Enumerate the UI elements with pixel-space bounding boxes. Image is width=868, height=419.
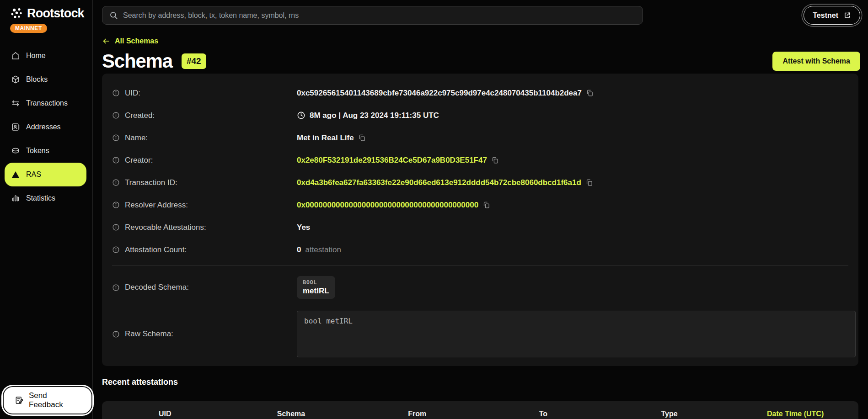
sidebar-item-label: Tokens <box>26 147 49 155</box>
sidebar: Rootstock MAINNET Home Blocks Transactio… <box>0 0 93 419</box>
sidebar-item-label: Statistics <box>26 194 55 202</box>
detail-row-attestation-count: Attestation Count: 0 attestation <box>102 239 858 261</box>
schema-number-badge: #42 <box>182 53 206 69</box>
decoded-schema-field: metIRL <box>303 286 329 296</box>
detail-row-transaction-id: Transaction ID: 0xd4a3b6fea627fa63363fe2… <box>102 171 858 194</box>
detail-label: Attestation Count: <box>125 245 187 255</box>
copy-icon[interactable] <box>491 156 499 164</box>
detail-row-decoded-schema: Decoded Schema: BOOL metIRL <box>102 270 858 304</box>
attestation-count-suffix: attestation <box>305 245 341 255</box>
detail-row-created: Created: 8M ago | Aug 23 2024 19:11:35 U… <box>102 104 858 127</box>
sidebar-item-blocks[interactable]: Blocks <box>0 68 92 91</box>
detail-label: Transaction ID: <box>125 178 177 187</box>
home-icon <box>11 51 20 60</box>
resolver-address-link[interactable]: 0x00000000000000000000000000000000000000… <box>297 201 478 210</box>
detail-row-creator: Creator: 0x2e80F532191de291536B24Ce5D67a… <box>102 149 858 171</box>
attest-with-schema-button[interactable]: Attest with Schema <box>772 52 860 71</box>
uid-value: 0xc59265615401143689cbfe73046a922c975c99… <box>297 89 582 98</box>
external-link-icon <box>843 11 851 19</box>
detail-row-name: Name: Met in Real Life <box>102 127 858 149</box>
sidebar-item-label: Blocks <box>26 75 48 84</box>
detail-row-raw-schema: Raw Schema: bool metIRL <box>102 304 858 364</box>
brand-logo[interactable]: Rootstock <box>0 0 92 21</box>
revocable-value: Yes <box>297 223 310 232</box>
arrow-left-icon <box>102 37 110 45</box>
copy-icon[interactable] <box>586 89 594 97</box>
sidebar-nav: Home Blocks Transactions Addresses Token… <box>0 44 92 210</box>
feedback-pencil-icon <box>15 396 24 405</box>
copy-icon[interactable] <box>482 201 490 209</box>
address-book-icon <box>11 122 20 132</box>
clock-icon <box>297 111 305 120</box>
decoded-schema-chip: BOOL metIRL <box>297 276 335 299</box>
sidebar-item-home[interactable]: Home <box>0 44 92 68</box>
created-value: 8M ago | Aug 23 2024 19:11:35 UTC <box>310 111 439 120</box>
search-icon <box>109 11 118 20</box>
attestation-triangle-icon <box>11 170 20 179</box>
info-icon[interactable] <box>112 179 120 186</box>
column-header-datetime: Date Time (UTC) <box>732 410 858 419</box>
info-icon[interactable] <box>112 223 120 231</box>
info-icon[interactable] <box>112 330 120 338</box>
column-header-to: To <box>480 410 606 419</box>
copy-icon[interactable] <box>585 179 593 186</box>
coin-icon <box>11 146 20 155</box>
bar-chart-icon <box>11 194 20 203</box>
sidebar-item-label: Transactions <box>26 99 68 107</box>
search-bar[interactable] <box>102 6 643 25</box>
attestations-table-header: UID Schema From To Type Date Time (UTC) <box>102 401 858 419</box>
sidebar-item-ras[interactable]: RAS <box>5 163 86 186</box>
schema-details-card: UID: 0xc59265615401143689cbfe73046a922c9… <box>102 74 858 366</box>
decoded-schema-type: BOOL <box>303 279 329 286</box>
creator-address-link[interactable]: 0x2e80F532191de291536B24Ce5D67a9B0D3E51F… <box>297 156 487 165</box>
attestation-count-value: 0 <box>297 245 301 255</box>
sidebar-item-label: Home <box>26 52 46 60</box>
sidebar-item-transactions[interactable]: Transactions <box>0 91 92 115</box>
info-icon[interactable] <box>112 111 120 119</box>
cube-icon <box>11 75 20 84</box>
transaction-id-link[interactable]: 0xd4a3b6fea627fa63363fe22e90d66ed613e912… <box>297 178 581 187</box>
rootstock-logo-icon <box>10 7 24 21</box>
raw-schema-textarea[interactable]: bool metIRL <box>297 311 856 357</box>
testnet-label: Testnet <box>813 11 838 20</box>
transfer-arrows-icon <box>11 99 20 108</box>
sidebar-item-label: Addresses <box>26 123 61 131</box>
detail-label: UID: <box>125 89 140 98</box>
info-icon[interactable] <box>112 246 120 254</box>
info-icon[interactable] <box>112 89 120 97</box>
column-header-schema: Schema <box>228 410 354 419</box>
top-bar: Testnet <box>93 0 868 30</box>
back-to-all-schemas-link[interactable]: All Schemas <box>102 37 158 45</box>
info-icon[interactable] <box>112 156 120 164</box>
sidebar-item-label: RAS <box>26 170 41 179</box>
search-input[interactable] <box>123 11 636 20</box>
send-feedback-button[interactable]: Send Feedback <box>3 386 92 414</box>
card-divider <box>112 265 848 266</box>
back-link-label: All Schemas <box>115 37 158 45</box>
detail-label: Revocable Attestations: <box>125 223 206 232</box>
column-header-type: Type <box>606 410 733 419</box>
schema-name-value: Met in Real Life <box>297 133 354 143</box>
info-icon[interactable] <box>112 134 120 142</box>
brand-name: Rootstock <box>27 6 84 21</box>
info-icon[interactable] <box>112 201 120 209</box>
detail-label: Created: <box>125 111 155 120</box>
sidebar-item-addresses[interactable]: Addresses <box>0 115 92 139</box>
feedback-label: Send Feedback <box>29 391 80 409</box>
testnet-switch-button[interactable]: Testnet <box>804 6 860 25</box>
detail-label: Resolver Address: <box>125 201 188 210</box>
network-badge[interactable]: MAINNET <box>10 24 47 33</box>
detail-label: Decoded Schema: <box>125 283 189 292</box>
column-header-from: From <box>354 410 480 419</box>
detail-row-uid: UID: 0xc59265615401143689cbfe73046a922c9… <box>102 82 858 104</box>
sidebar-item-tokens[interactable]: Tokens <box>0 139 92 163</box>
info-icon[interactable] <box>112 284 120 292</box>
detail-label: Raw Schema: <box>125 329 173 339</box>
sidebar-item-statistics[interactable]: Statistics <box>0 186 92 210</box>
column-header-uid: UID <box>102 410 228 419</box>
page-title: Schema <box>102 50 172 72</box>
detail-label: Name: <box>125 133 148 143</box>
detail-label: Creator: <box>125 156 153 165</box>
page-header: Schema #42 Attest with Schema <box>102 49 860 73</box>
copy-icon[interactable] <box>358 134 366 142</box>
